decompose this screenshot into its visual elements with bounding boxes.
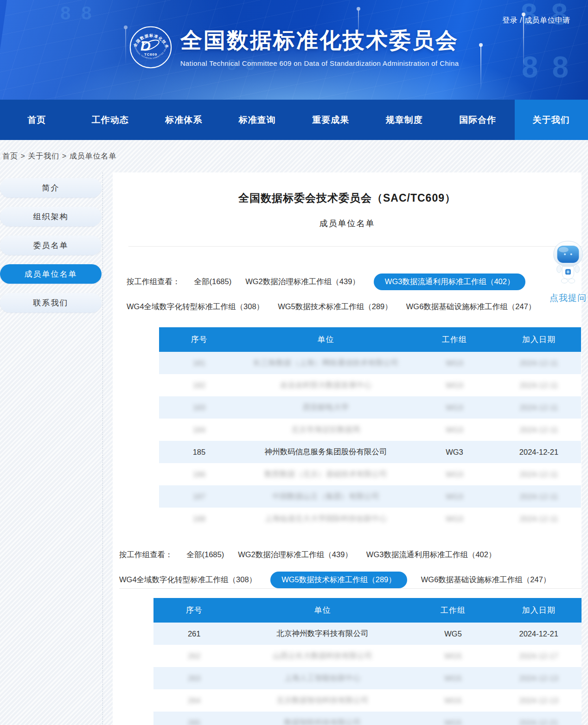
member-section-wg3: 按工作组查看： 全部(1685)WG2数据治理标准工作组（439）WG3数据流通… (113, 273, 582, 530)
table-header: 序号单位工作组加入日期 (153, 598, 582, 623)
member-join-date: 2024-12-21 (519, 719, 558, 725)
workgroup-filter-tab[interactable]: WG4全域数字化转型标准工作组（308） (119, 572, 256, 588)
table-row: 184 北京市海淀区数据局 WG3 2024-12-11 (159, 419, 581, 441)
member-join-date: 2024-12-21 (519, 448, 558, 456)
table-row: 183 西安邮电大学 WG3 2024-12-11 (159, 396, 581, 419)
nav-item[interactable]: 工作动态 (74, 100, 147, 140)
nav-item[interactable]: 标准体系 (147, 100, 221, 140)
sidebar-item[interactable]: 简介 (0, 178, 102, 197)
member-org: 上海人工智能创新中心 (284, 674, 361, 682)
member-org: 西安邮电大学 (303, 403, 349, 411)
workgroup-filter-tab[interactable]: WG3数据流通利用标准工作组（402） (366, 547, 496, 563)
member-join-date: 2024-12-21 (519, 630, 558, 638)
member-no: 264 (188, 696, 201, 705)
member-join-date: 2024-12-13 (519, 674, 558, 682)
page-subtitle: 成员单位名单 (113, 218, 582, 229)
nav-item[interactable]: 首页 (0, 100, 74, 140)
member-join-date: 2024-12-13 (519, 696, 558, 705)
ask-me-button[interactable]: 点我提问 (548, 292, 588, 304)
table-header-cell: 加入日期 (496, 598, 582, 623)
svg-text:D: D (141, 38, 151, 53)
site-title: 全国数据标准化技术委员会 (180, 26, 459, 55)
login-member-apply-link[interactable]: 登录 / 成员单位申请 (502, 16, 570, 25)
table-header-cell: 加入日期 (497, 327, 581, 352)
breadcrumb-bar: 首页 > 关于我们 > 成员单位名单 (0, 140, 588, 172)
page-title: 全国数据标委会技术委员会（SAC/TC609） (113, 172, 582, 205)
table-row: 182 农业农村部大数据发展中心 WG3 2024-12-11 (159, 374, 581, 396)
member-no: 261 (188, 630, 201, 638)
member-no: 188 (193, 515, 206, 523)
member-workgroup: WG5 (444, 696, 462, 705)
table-row: 264 北京数据智信科技有限公司 WG5 2024-12-13 (153, 689, 582, 712)
table-header: 序号单位工作组加入日期 (159, 327, 581, 352)
nav-item[interactable]: 重要成果 (294, 100, 368, 140)
assistant-robot-icon[interactable] (550, 240, 586, 284)
member-workgroup: WG3 (446, 426, 463, 434)
workgroup-filter-tab[interactable]: WG6数据基础设施标准工作组（247） (421, 572, 551, 588)
divider (119, 588, 582, 589)
member-workgroup: WG3 (446, 470, 463, 478)
member-section-wg5: 按工作组查看： 全部(1685)WG2数据治理标准工作组（439）WG3数据流通… (113, 547, 582, 725)
main-content: 全国数据标委会技术委员会（SAC/TC609） 成员单位名单 按工作组查看： 全… (113, 172, 582, 725)
member-no: 182 (193, 381, 206, 389)
table-header-cell: 序号 (159, 327, 239, 352)
table-header-cell: 单位 (235, 598, 410, 623)
member-org: 长三角数据（上海）网络通信技术有限公司 (253, 358, 399, 367)
table-row: 187 中国数据山立（集团）有限公司 WG3 2024-12-11 (159, 485, 581, 508)
member-org: 农业农村部大数据发展中心 (280, 381, 371, 389)
table-header-cell: 工作组 (412, 327, 497, 352)
member-no: 183 (193, 403, 206, 412)
member-org: 中国数据山立（集团）有限公司 (272, 492, 379, 500)
member-no: 185 (193, 448, 206, 456)
member-workgroup: WG5 (444, 630, 462, 638)
member-join-date: 2024-12-11 (519, 492, 558, 501)
sidebar: 简介组织架构委员名单成员单位名单联系我们 (0, 172, 103, 725)
member-org: 上海临港北大大学国际科技创新中心 (264, 514, 387, 522)
breadcrumb[interactable]: 首页 > 关于我们 > 成员单位名单 (2, 152, 116, 161)
page-body: 简介组织架构委员名单成员单位名单联系我们 全国数据标委会技术委员会（SAC/TC… (0, 172, 588, 725)
workgroup-filter-tab[interactable]: WG6数据基础设施标准工作组（247） (406, 299, 536, 315)
member-org: 数据智联科技有限公司 (284, 718, 361, 725)
nav-item[interactable]: 标准查询 (221, 100, 294, 140)
sidebar-item[interactable]: 组织架构 (0, 207, 102, 226)
nav-item[interactable]: 关于我们 (515, 100, 588, 140)
table-row: 265 数据智联科技有限公司 WG5 2024-12-21 (153, 712, 582, 725)
workgroup-filter-tab[interactable]: WG2数据治理标准工作组（439） (245, 273, 360, 290)
member-workgroup: WG3 (446, 515, 463, 523)
table-header-cell: 工作组 (410, 598, 496, 623)
member-org: 北京数据智信科技有限公司 (277, 696, 369, 704)
member-no: 263 (188, 674, 201, 682)
member-workgroup: WG3 (446, 492, 463, 501)
sidebar-item[interactable]: 成员单位名单 (0, 264, 102, 284)
member-no: 187 (193, 492, 206, 501)
member-join-date: 2024-12-11 (519, 470, 558, 478)
sidebar-item[interactable]: 委员名单 (0, 235, 102, 255)
member-org: 山西云长大数据科技有限公司 (273, 651, 372, 660)
workgroup-filter-tab[interactable]: WG5数据技术标准工作组（289） (278, 299, 392, 315)
workgroup-filter-tab[interactable]: WG2数据治理标准工作组（439） (238, 547, 352, 563)
main-navigation: 首页工作动态标准体系标准查询重要成果规章制度国际合作关于我们 (0, 100, 588, 140)
filter-label: 按工作组查看： (127, 277, 180, 287)
nav-item[interactable]: 国际合作 (441, 100, 515, 140)
table-row: 261 北京神州数字科技有限公司 WG5 2024-12-21 (153, 623, 582, 645)
site-header: 8 8 8 8 8 8 8 8 登录 / 成员单位申请 全国数据标准化技术委员会… (0, 0, 588, 100)
workgroup-filter-tab[interactable]: WG5数据技术标准工作组（289） (270, 572, 407, 588)
nav-item[interactable]: 规章制度 (368, 100, 441, 140)
member-no: 184 (193, 426, 206, 434)
table-row: 262 山西云长大数据科技有限公司 WG5 2024-12-17 (153, 645, 582, 667)
site-title-english: National Technical Committee 609 on Data… (180, 59, 459, 67)
workgroup-filter-tab[interactable]: WG3数据流通利用标准工作组（402） (374, 273, 526, 290)
member-join-date: 2024-12-11 (519, 381, 558, 389)
member-units-table: 序号单位工作组加入日期 181 长三角数据（上海）网络通信技术有限公司 WG3 … (159, 327, 581, 530)
workgroup-filter-tab[interactable]: WG4全域数字化转型标准工作组（308） (127, 299, 264, 315)
svg-text:TC609: TC609 (144, 52, 157, 57)
workgroup-filter-tab[interactable]: 全部(1685) (187, 547, 224, 563)
table-row: 181 长三角数据（上海）网络通信技术有限公司 WG3 2024-12-11 (159, 352, 581, 374)
workgroup-filter-bar: 按工作组查看： 全部(1685)WG2数据治理标准工作组（439）WG3数据流通… (119, 547, 569, 588)
member-join-date: 2024-12-11 (519, 403, 558, 412)
member-no: 262 (188, 652, 201, 660)
table-row: 185 神州数码信息服务集团股份有限公司 WG3 2024-12-21 (159, 441, 581, 463)
workgroup-filter-tab[interactable]: 全部(1685) (194, 273, 232, 290)
sidebar-item[interactable]: 联系我们 (0, 293, 102, 312)
member-org: 北京市海淀区数据局 (291, 425, 360, 433)
